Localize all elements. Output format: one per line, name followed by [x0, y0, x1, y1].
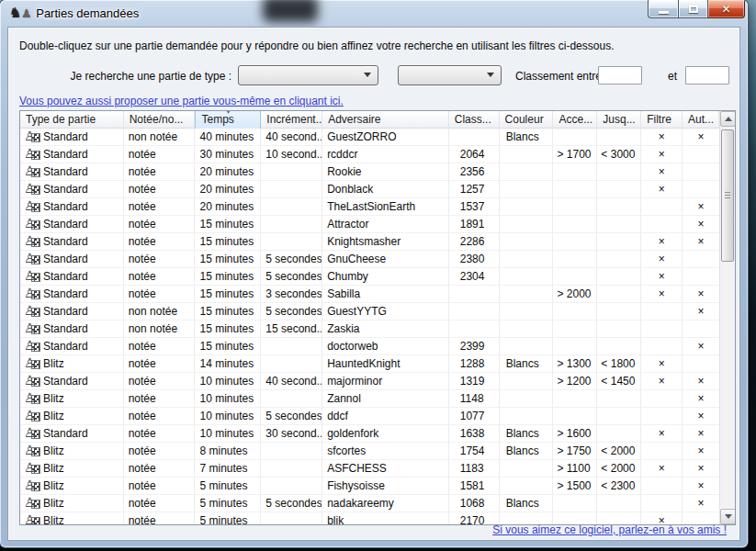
- game-row[interactable]: ♙Standardnotée15 minutes3 secondesSabill…: [20, 286, 719, 303]
- cell-increment: [261, 338, 322, 354]
- cell-filter: ×: [641, 146, 683, 163]
- column-header-type[interactable]: Type de partie: [20, 111, 124, 129]
- cell-opponent: HauntedKnight: [322, 355, 449, 372]
- cell-filter: ×: [641, 460, 683, 477]
- column-header-rated[interactable]: Notée/no...: [124, 111, 196, 129]
- cell-rating: 1183: [449, 460, 500, 477]
- pawn-board-icon: ♙: [25, 357, 40, 370]
- game-row[interactable]: ♙Standardnotée15 minutesKnightsmasher228…: [20, 233, 719, 251]
- pawn-board-icon: ♙: [25, 130, 40, 143]
- rating-min-input[interactable]: [598, 66, 642, 84]
- game-type-select[interactable]: [238, 65, 378, 85]
- game-row[interactable]: ♙Blitznotée5 minutesFishysoisse1581> 150…: [20, 478, 719, 495]
- cell-filter: [641, 216, 683, 232]
- game-row[interactable]: ♙Standardnotée15 minutesAttractor1891×: [20, 216, 719, 233]
- cell-auto: [683, 268, 719, 285]
- cell-filter: [641, 198, 683, 215]
- cell-accept-min: > 2000: [553, 286, 597, 302]
- game-row[interactable]: ♙Standardnotée20 minutesDonblack1257×: [20, 181, 719, 198]
- rating-max-input[interactable]: [685, 66, 729, 84]
- column-header-increment[interactable]: Incrément...: [261, 111, 322, 129]
- cell-rated: notée: [124, 338, 196, 354]
- game-row[interactable]: ♙Standardnotée15 minutes5 secondesGnuChe…: [20, 251, 719, 268]
- column-header-accept-max[interactable]: Jusq...: [597, 111, 641, 129]
- game-row[interactable]: ♙Blitznotée14 minutesHauntedKnight1288Bl…: [20, 355, 719, 373]
- scrollbar-thumb[interactable]: [721, 129, 734, 262]
- pawn-board-icon: ♙: [25, 514, 40, 524]
- cell-time: 15 minutes: [195, 303, 261, 320]
- cell-rating: 1537: [449, 198, 500, 215]
- pawn-board-icon: ♙: [25, 340, 40, 353]
- cell-auto: ×: [683, 443, 719, 459]
- cell-filter: [641, 390, 683, 407]
- cell-accept-min: [553, 181, 597, 197]
- game-row[interactable]: ♙Standardnotée20 minutesTheLastSionEarth…: [20, 198, 719, 216]
- cell-time: 15 minutes: [195, 268, 261, 285]
- cell-color: [500, 408, 554, 424]
- pawn-icon: ♙: [24, 512, 36, 524]
- cell-rated: notée: [124, 216, 196, 232]
- cell-type: ♙Standard: [20, 268, 124, 285]
- cell-filter: [641, 320, 683, 337]
- cell-rated: non notée: [124, 303, 196, 320]
- game-row[interactable]: ♙Standardnon notée15 minutes5 secondesGu…: [20, 303, 719, 320]
- maximize-button[interactable]: [678, 0, 708, 18]
- cell-increment: 5 secondes: [261, 495, 322, 512]
- column-header-opponent[interactable]: Adversaire: [322, 111, 449, 129]
- game-row[interactable]: ♙Standardnon notée40 minutes40 second...…: [20, 129, 719, 146]
- column-header-color[interactable]: Couleur: [500, 111, 554, 129]
- cell-opponent: GuestZORRO: [322, 129, 449, 145]
- column-header-filter[interactable]: Filtre: [641, 111, 683, 129]
- cell-time: 15 minutes: [195, 233, 261, 250]
- vertical-scrollbar[interactable]: [719, 111, 735, 524]
- cell-rated: notée: [124, 163, 196, 180]
- cell-accept-min: > 1750: [553, 443, 597, 459]
- cell-type: ♙Standard: [20, 373, 124, 389]
- scroll-up-button[interactable]: [720, 111, 736, 127]
- minimize-icon: [659, 11, 669, 14]
- cell-color: [500, 320, 554, 337]
- cell-rating: 1319: [449, 373, 500, 389]
- game-row[interactable]: ♙Blitznotée7 minutesASFCHESS1183> 1100< …: [20, 460, 719, 478]
- cell-auto: ×: [683, 390, 719, 407]
- cell-increment: 5 secondes: [261, 303, 322, 320]
- column-header-rating[interactable]: Class...: [449, 111, 500, 129]
- cell-rating: 1754: [449, 443, 500, 459]
- scroll-down-button[interactable]: [720, 509, 736, 524]
- minimize-button[interactable]: [648, 0, 678, 18]
- recommend-link[interactable]: Si vous aimez ce logiciel, parlez-en à v…: [492, 523, 727, 536]
- game-row[interactable]: ♙Standardnotée15 minutesdoctorweb2399×: [20, 338, 719, 355]
- game-speed-select[interactable]: [398, 65, 502, 85]
- column-header-auto[interactable]: Aut...: [683, 111, 719, 129]
- game-row[interactable]: ♙Blitznotée10 minutesZannol1148×: [20, 390, 719, 408]
- game-row[interactable]: ♙Blitznotée8 minutessfcortes1754Blancs> …: [20, 443, 719, 460]
- game-row[interactable]: ♙Blitznotée5 minutes5 secondesnadakareem…: [20, 495, 719, 512]
- cell-opponent: Sabilla: [322, 286, 449, 302]
- cell-rated: non notée: [124, 129, 196, 145]
- cell-rating: 1077: [449, 408, 500, 424]
- titlebar[interactable]: ♞♟ Parties demandées ✕: [0, 0, 748, 27]
- game-row[interactable]: ♙Standardnon notée15 minutes15 second...…: [20, 320, 719, 338]
- cell-auto: ×: [683, 408, 719, 424]
- pawn-icon: ♙: [24, 163, 36, 179]
- game-row[interactable]: ♙Standardnotée10 minutes30 second...gold…: [20, 425, 719, 443]
- instruction-text: Double-cliquez sur une partie demandée p…: [19, 39, 614, 52]
- game-row[interactable]: ♙Standardnotée30 minutes10 second...rcdd…: [20, 146, 719, 163]
- propose-game-link[interactable]: Vous pouvez aussi proposer une partie vo…: [19, 95, 344, 107]
- game-row[interactable]: ♙Blitznotée10 minutes5 secondesddcf1077×: [20, 408, 719, 425]
- column-header-accept-min[interactable]: Acce...: [553, 111, 597, 129]
- close-button[interactable]: ✕: [708, 0, 745, 18]
- cell-rating: 2286: [449, 233, 500, 250]
- game-row[interactable]: ♙Standardnotée10 minutes40 second...majo…: [20, 373, 719, 390]
- cell-rated: notée: [124, 408, 196, 424]
- cell-color: [500, 251, 554, 267]
- game-row[interactable]: ♙Standardnotée15 minutes5 secondesChumby…: [20, 268, 719, 286]
- cell-filter: ×: [641, 163, 683, 180]
- cell-rated: notée: [124, 495, 196, 512]
- column-header-time[interactable]: ▼Temps: [195, 111, 261, 129]
- cell-type-label: Standard: [43, 129, 88, 145]
- cell-accept-max: [597, 251, 641, 267]
- cell-increment: [261, 163, 322, 180]
- game-row[interactable]: ♙Standardnotée20 minutesRookie2356×: [20, 163, 719, 181]
- cell-rating: [449, 286, 500, 302]
